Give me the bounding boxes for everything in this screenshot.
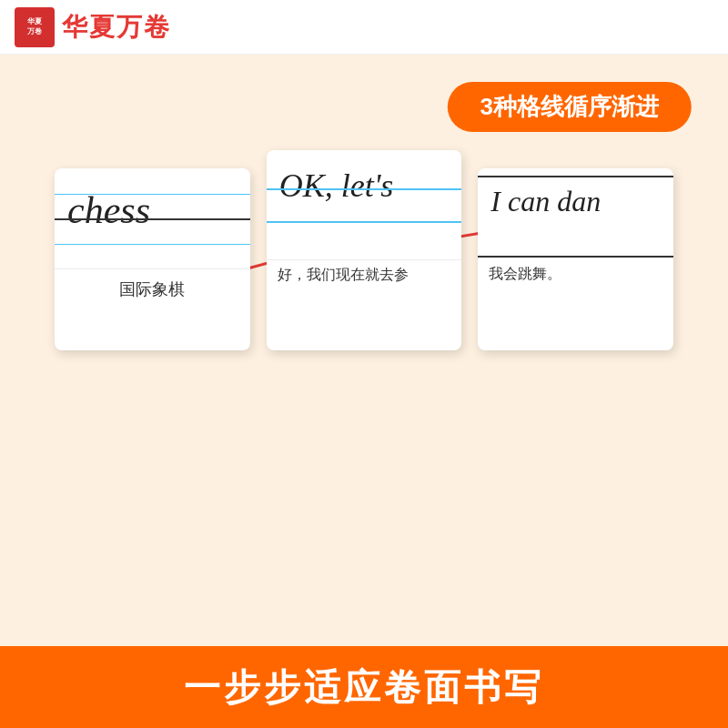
footer-text: 一步步适应卷面书写 xyxy=(184,662,544,713)
footer: 一步步适应卷面书写 xyxy=(0,646,728,728)
card-2: OK, let's 好，我们现在就去参 xyxy=(267,150,462,350)
progression-area: 1 四线格 2 双线格 3 横线格 chess 国际象棋 xyxy=(36,168,692,350)
title-text: 3种格线循序渐进 xyxy=(480,93,659,120)
title-banner: 3种格线循序渐进 xyxy=(448,82,692,132)
brand-name: 华夏万卷 xyxy=(62,10,171,45)
card-3-word: I can dan xyxy=(478,177,673,218)
card-2-word: OK, let's xyxy=(267,150,462,205)
card-1-word: chess xyxy=(55,168,250,232)
cards-container: chess 国际象棋 OK, let's 好，我们现在就去参 I can dan… xyxy=(55,150,673,350)
card-2-translation: 好，我们现在就去参 xyxy=(267,259,462,292)
header: 华夏万卷 华夏万卷 xyxy=(0,0,728,55)
logo-icon: 华夏万卷 xyxy=(15,7,55,47)
card-1-translation: 国际象棋 xyxy=(55,268,250,309)
card-3: I can dan 我会跳舞。 xyxy=(478,168,673,350)
main-content: 3种格线循序渐进 1 四线格 2 双线格 3 横线格 xyxy=(0,55,728,646)
card-1: chess 国际象棋 xyxy=(55,168,250,350)
card-3-translation: 我会跳舞。 xyxy=(478,258,673,289)
